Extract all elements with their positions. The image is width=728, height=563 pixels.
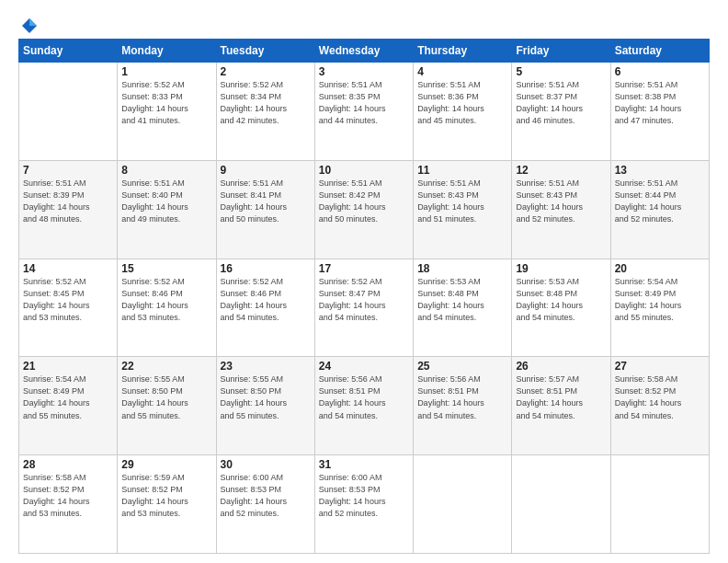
weekday-header: Sunday [19, 40, 118, 63]
weekday-header: Saturday [610, 40, 709, 63]
day-info: Sunrise: 5:51 AM Sunset: 8:43 PM Dayligh… [417, 178, 507, 225]
calendar-cell: 21Sunrise: 5:54 AM Sunset: 8:49 PM Dayli… [19, 357, 118, 455]
weekday-header: Monday [118, 40, 216, 63]
calendar-cell: 16Sunrise: 5:52 AM Sunset: 8:46 PM Dayli… [216, 259, 314, 357]
day-number: 22 [121, 360, 211, 373]
calendar-cell: 17Sunrise: 5:52 AM Sunset: 8:47 PM Dayli… [314, 259, 413, 357]
calendar-cell: 15Sunrise: 5:52 AM Sunset: 8:46 PM Dayli… [118, 259, 216, 357]
weekday-header: Tuesday [216, 40, 314, 63]
calendar-cell: 20Sunrise: 5:54 AM Sunset: 8:49 PM Dayli… [610, 259, 709, 357]
day-number: 6 [615, 65, 705, 78]
calendar-cell: 22Sunrise: 5:55 AM Sunset: 8:50 PM Dayli… [118, 357, 216, 455]
day-info: Sunrise: 5:57 AM Sunset: 8:51 PM Dayligh… [516, 373, 606, 421]
svg-marker-1 [29, 18, 37, 26]
calendar-cell: 7Sunrise: 5:51 AM Sunset: 8:39 PM Daylig… [19, 160, 118, 259]
day-info: Sunrise: 5:52 AM Sunset: 8:34 PM Dayligh… [221, 79, 311, 127]
day-number: 1 [121, 65, 211, 78]
day-number: 9 [221, 164, 311, 177]
calendar-cell: 9Sunrise: 5:51 AM Sunset: 8:41 PM Daylig… [216, 160, 314, 259]
calendar-cell: 8Sunrise: 5:51 AM Sunset: 8:40 PM Daylig… [118, 160, 216, 259]
day-info: Sunrise: 5:51 AM Sunset: 8:42 PM Dayligh… [319, 178, 409, 225]
day-info: Sunrise: 5:51 AM Sunset: 8:44 PM Dayligh… [615, 178, 705, 225]
calendar-cell: 1Sunrise: 5:52 AM Sunset: 8:33 PM Daylig… [118, 63, 216, 161]
header [18, 17, 710, 31]
calendar-cell [19, 63, 118, 161]
day-info: Sunrise: 5:51 AM Sunset: 8:41 PM Dayligh… [221, 178, 311, 225]
day-info: Sunrise: 5:54 AM Sunset: 8:49 PM Dayligh… [615, 276, 705, 324]
day-number: 19 [516, 262, 606, 275]
day-number: 14 [23, 262, 113, 275]
day-info: Sunrise: 5:54 AM Sunset: 8:49 PM Dayligh… [23, 373, 113, 421]
calendar-cell: 28Sunrise: 5:58 AM Sunset: 8:52 PM Dayli… [19, 455, 118, 554]
day-info: Sunrise: 5:53 AM Sunset: 8:48 PM Dayligh… [516, 276, 606, 324]
day-info: Sunrise: 6:00 AM Sunset: 8:53 PM Dayligh… [221, 472, 311, 520]
day-number: 29 [121, 458, 211, 471]
day-info: Sunrise: 5:51 AM Sunset: 8:43 PM Dayligh… [516, 178, 606, 225]
calendar-cell: 3Sunrise: 5:51 AM Sunset: 8:35 PM Daylig… [314, 63, 413, 161]
calendar-cell: 11Sunrise: 5:51 AM Sunset: 8:43 PM Dayli… [414, 160, 512, 259]
calendar-week-row: 28Sunrise: 5:58 AM Sunset: 8:52 PM Dayli… [19, 455, 710, 554]
day-number: 12 [516, 164, 606, 177]
calendar-cell: 2Sunrise: 5:52 AM Sunset: 8:34 PM Daylig… [216, 63, 314, 161]
calendar-week-row: 1Sunrise: 5:52 AM Sunset: 8:33 PM Daylig… [19, 63, 710, 161]
day-number: 11 [417, 164, 507, 177]
calendar: SundayMondayTuesdayWednesdayThursdayFrid… [18, 39, 710, 554]
day-number: 3 [319, 65, 409, 78]
weekday-header: Friday [512, 40, 610, 63]
day-info: Sunrise: 5:53 AM Sunset: 8:48 PM Dayligh… [417, 276, 507, 324]
weekday-header: Wednesday [314, 40, 413, 63]
day-number: 17 [319, 262, 409, 275]
day-info: Sunrise: 5:58 AM Sunset: 8:52 PM Dayligh… [615, 373, 705, 421]
day-info: Sunrise: 6:00 AM Sunset: 8:53 PM Dayligh… [319, 472, 409, 520]
day-number: 5 [516, 65, 606, 78]
calendar-cell: 4Sunrise: 5:51 AM Sunset: 8:36 PM Daylig… [414, 63, 512, 161]
calendar-week-row: 21Sunrise: 5:54 AM Sunset: 8:49 PM Dayli… [19, 357, 710, 455]
day-number: 30 [221, 458, 311, 471]
day-number: 27 [615, 360, 705, 373]
day-number: 4 [417, 65, 507, 78]
calendar-cell: 31Sunrise: 6:00 AM Sunset: 8:53 PM Dayli… [314, 455, 413, 554]
day-number: 7 [23, 164, 113, 177]
day-info: Sunrise: 5:56 AM Sunset: 8:51 PM Dayligh… [417, 373, 507, 421]
day-info: Sunrise: 5:51 AM Sunset: 8:40 PM Dayligh… [121, 178, 211, 225]
calendar-cell: 24Sunrise: 5:56 AM Sunset: 8:51 PM Dayli… [314, 357, 413, 455]
weekday-header: Thursday [414, 40, 512, 63]
calendar-cell [414, 455, 512, 554]
day-number: 23 [221, 360, 311, 373]
day-info: Sunrise: 5:52 AM Sunset: 8:45 PM Dayligh… [23, 276, 113, 324]
day-number: 10 [319, 164, 409, 177]
day-info: Sunrise: 5:52 AM Sunset: 8:46 PM Dayligh… [121, 276, 211, 324]
day-info: Sunrise: 5:51 AM Sunset: 8:38 PM Dayligh… [615, 79, 705, 127]
day-number: 16 [221, 262, 311, 275]
day-info: Sunrise: 5:51 AM Sunset: 8:36 PM Dayligh… [417, 79, 507, 127]
calendar-cell: 13Sunrise: 5:51 AM Sunset: 8:44 PM Dayli… [610, 160, 709, 259]
day-number: 21 [23, 360, 113, 373]
day-info: Sunrise: 5:52 AM Sunset: 8:46 PM Dayligh… [221, 276, 311, 324]
day-info: Sunrise: 5:56 AM Sunset: 8:51 PM Dayligh… [319, 373, 409, 421]
day-info: Sunrise: 5:55 AM Sunset: 8:50 PM Dayligh… [121, 373, 211, 421]
day-info: Sunrise: 5:51 AM Sunset: 8:37 PM Dayligh… [516, 79, 606, 127]
page: SundayMondayTuesdayWednesdayThursdayFrid… [0, 0, 728, 563]
calendar-cell: 12Sunrise: 5:51 AM Sunset: 8:43 PM Dayli… [512, 160, 610, 259]
day-info: Sunrise: 5:52 AM Sunset: 8:47 PM Dayligh… [319, 276, 409, 324]
calendar-cell: 10Sunrise: 5:51 AM Sunset: 8:42 PM Dayli… [314, 160, 413, 259]
logo [18, 17, 39, 31]
calendar-cell: 27Sunrise: 5:58 AM Sunset: 8:52 PM Dayli… [610, 357, 709, 455]
day-number: 15 [121, 262, 211, 275]
calendar-cell: 25Sunrise: 5:56 AM Sunset: 8:51 PM Dayli… [414, 357, 512, 455]
day-info: Sunrise: 5:52 AM Sunset: 8:33 PM Dayligh… [121, 79, 211, 127]
calendar-cell: 18Sunrise: 5:53 AM Sunset: 8:48 PM Dayli… [414, 259, 512, 357]
day-info: Sunrise: 5:58 AM Sunset: 8:52 PM Dayligh… [23, 472, 113, 520]
calendar-week-row: 7Sunrise: 5:51 AM Sunset: 8:39 PM Daylig… [19, 160, 710, 259]
calendar-cell: 14Sunrise: 5:52 AM Sunset: 8:45 PM Dayli… [19, 259, 118, 357]
calendar-header-row: SundayMondayTuesdayWednesdayThursdayFrid… [19, 40, 710, 63]
day-info: Sunrise: 5:51 AM Sunset: 8:35 PM Dayligh… [319, 79, 409, 127]
day-number: 26 [516, 360, 606, 373]
day-number: 2 [221, 65, 311, 78]
day-number: 20 [615, 262, 705, 275]
day-number: 8 [121, 164, 211, 177]
day-info: Sunrise: 5:59 AM Sunset: 8:52 PM Dayligh… [121, 472, 211, 520]
day-number: 31 [319, 458, 409, 471]
day-number: 24 [319, 360, 409, 373]
calendar-cell: 23Sunrise: 5:55 AM Sunset: 8:50 PM Dayli… [216, 357, 314, 455]
